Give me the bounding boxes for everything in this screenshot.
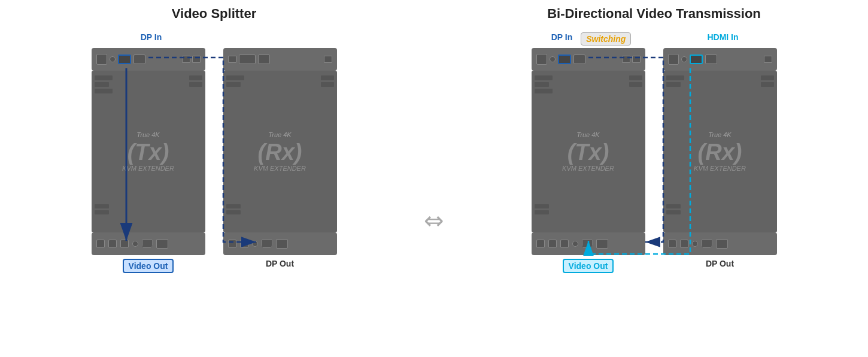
left-tx-box-label: (Tx) — [128, 141, 169, 164]
right-rx-top-bar — [663, 48, 777, 71]
left-rx-box-label: (Rx) — [258, 141, 302, 164]
port-icon — [324, 56, 332, 63]
usb-port-icon — [560, 240, 569, 248]
right-rx-device: HDMI In — [663, 32, 777, 273]
rj45-port-icon — [573, 55, 585, 64]
main-container: Video Splitter DP In — [0, 0, 868, 357]
rj45-port-icon — [716, 239, 728, 249]
rj45-port-icon — [258, 55, 270, 64]
usb-port-icon — [228, 240, 236, 248]
left-tx-out-label: Video Out — [123, 259, 174, 273]
port-icon — [252, 241, 258, 247]
switching-badge: Switching — [581, 32, 631, 46]
right-devices-row: DP In Switching — [532, 32, 777, 273]
right-tx-out-label: Video Out — [563, 259, 614, 273]
right-section-title: Bi-Directional Video Transmission — [547, 6, 761, 22]
port-icon — [536, 54, 547, 65]
left-tx-sublabel: KVM EXTENDER — [122, 165, 174, 172]
hdmi-port-icon — [702, 240, 712, 248]
left-rx-out-label: DP Out — [266, 259, 294, 268]
right-rx-main-box: True 4K (Rx) KVM EXTENDER — [663, 71, 777, 232]
right-tx-box-label: (Tx) — [567, 141, 609, 164]
left-rx-main-box: True 4K (Rx) KVM EXTENDER — [223, 71, 337, 232]
hdmi-port-icon — [262, 240, 272, 248]
right-tx-device: DP In Switching — [532, 32, 645, 273]
right-rx-sublabel: KVM EXTENDER — [694, 165, 746, 172]
hdmi-in-port-icon — [690, 55, 703, 64]
right-tx-top-label: DP In — [551, 32, 573, 42]
port-icon — [110, 56, 116, 62]
port-icon — [622, 56, 630, 63]
usb-port-icon — [668, 240, 676, 248]
right-tx-main-box: True 4K (Tx) KVM EXTENDER — [532, 71, 645, 232]
port-icon — [632, 56, 641, 63]
rj45-port-icon — [156, 239, 168, 249]
port-icon — [668, 54, 679, 65]
port-icon — [764, 56, 772, 63]
left-tx-device: DP In — [92, 32, 205, 273]
right-rx-box-label: (Rx) — [698, 141, 742, 164]
left-devices-row: DP In — [92, 32, 337, 273]
left-tx-top-label: DP In — [141, 32, 162, 42]
left-tx-top-bar — [92, 48, 205, 71]
left-rx-bottom-bar — [223, 232, 337, 255]
rj45-port-icon — [705, 55, 717, 64]
usb-port-icon — [548, 240, 557, 248]
left-rx-top-bar — [223, 48, 337, 71]
left-rx-device: True 4K (Rx) KVM EXTENDER — [223, 32, 337, 273]
right-tx-top-bar — [532, 48, 645, 71]
port-icon — [239, 55, 256, 64]
usb-port-icon — [536, 240, 545, 248]
port-icon — [572, 241, 578, 247]
port-icon — [132, 241, 138, 247]
rj45-port-icon — [133, 55, 145, 64]
usb-port-icon — [96, 240, 105, 248]
port-icon — [182, 56, 190, 63]
port-icon — [192, 56, 201, 63]
bidirectional-arrow-icon: ⇔ — [424, 208, 444, 232]
hdmi-port-icon — [142, 240, 153, 248]
usb-port-icon — [680, 240, 688, 248]
right-tx-bottom-bar — [532, 232, 645, 255]
usb-port-icon — [240, 240, 248, 248]
left-section-title: Video Splitter — [172, 6, 256, 22]
right-section: Bi-Directional Video Transmission DP In … — [452, 6, 856, 273]
arrow-divider: ⇔ — [416, 208, 452, 232]
right-rx-bottom-bar — [663, 232, 777, 255]
port-icon — [681, 56, 687, 62]
right-tx-sublabel: KVM EXTENDER — [562, 165, 614, 172]
left-rx-sublabel: KVM EXTENDER — [254, 165, 306, 172]
port-icon — [550, 56, 556, 62]
hdmi-port-icon — [582, 240, 593, 248]
right-rx-top-label: HDMI In — [707, 32, 738, 42]
dp-port-icon — [118, 55, 131, 64]
left-tx-bottom-bar — [92, 232, 205, 255]
usb-port-icon — [108, 240, 117, 248]
port-icon — [96, 54, 107, 65]
rj45-port-icon — [596, 239, 608, 249]
usb-port-icon — [120, 240, 129, 248]
right-rx-out-label: DP Out — [706, 259, 734, 268]
left-tx-main-box: True 4K (Tx) KVM EXTENDER — [92, 71, 205, 232]
left-section: Video Splitter DP In — [12, 6, 416, 273]
port-icon — [692, 241, 698, 247]
dp-port-icon — [558, 55, 571, 64]
port-icon — [228, 56, 236, 63]
rj45-port-icon — [276, 239, 288, 249]
